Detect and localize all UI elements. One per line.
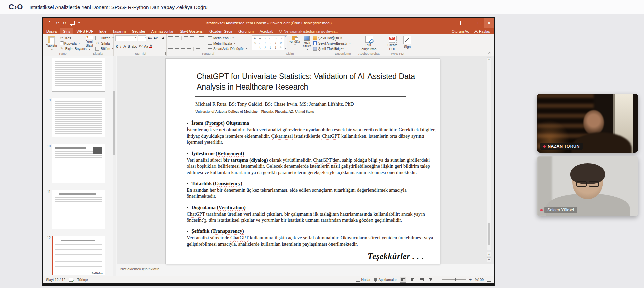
- section-button[interactable]: Bölüm: [95, 46, 113, 51]
- share-button[interactable]: Paylaş: [474, 29, 490, 33]
- arrange-button[interactable]: Yerleştir: [288, 35, 301, 51]
- slide-indicator[interactable]: Slayt 12 / 12: [46, 278, 65, 282]
- notes-placeholder[interactable]: Not eklemek için tıklatın: [117, 264, 494, 276]
- bullets-icon[interactable]: [168, 36, 173, 40]
- ribbon-tab[interactable]: Gözden Geçir: [206, 28, 235, 34]
- decrease-indent-icon[interactable]: [184, 36, 188, 40]
- align-right-icon[interactable]: [181, 47, 185, 50]
- shape-icon[interactable]: □: [280, 37, 282, 40]
- scrollbar-thumb[interactable]: [488, 223, 490, 245]
- collapse-ribbon-icon[interactable]: [488, 52, 491, 54]
- normal-view-button[interactable]: [400, 277, 406, 283]
- replace-button[interactable]: abDeğiştir: [332, 41, 351, 46]
- slide-thumbnail[interactable]: 10: [45, 144, 117, 183]
- shape-icon[interactable]: ○: [275, 37, 276, 40]
- slide-thumbnail[interactable]: 12 Teşekkürler...: [45, 236, 117, 275]
- slideshow-view-button[interactable]: [428, 277, 434, 282]
- language-indicator[interactable]: Türkçe: [77, 278, 88, 282]
- ribbon-tab[interactable]: Acrobat: [257, 28, 276, 34]
- zoom-level[interactable]: %109: [475, 278, 484, 282]
- shape-icon[interactable]: ◇: [280, 41, 282, 44]
- font-format-button[interactable]: T: [119, 45, 122, 48]
- slide-thumbnail[interactable]: 9: [45, 98, 117, 137]
- dialog-launcher-icon[interactable]: [163, 52, 166, 55]
- shape-icon[interactable]: {: [270, 45, 271, 49]
- ribbon-tab[interactable]: Ekle: [96, 28, 109, 34]
- thumbnail-scrollbar[interactable]: [113, 56, 116, 276]
- text-direction-button[interactable]: Metin Yönü: [208, 36, 247, 40]
- participant-video-2[interactable]: Selcen Yüksel: [537, 156, 638, 216]
- redo-icon[interactable]: ↻: [63, 21, 66, 25]
- line-spacing-icon[interactable]: [199, 36, 204, 40]
- ribbon-tab[interactable]: Görünüm: [235, 28, 257, 34]
- ribbon-tab[interactable]: Dosya: [43, 28, 60, 34]
- wps-sign-button[interactable]: Sign: [402, 35, 412, 51]
- shape-icon[interactable]: ─: [259, 37, 261, 40]
- reset-button[interactable]: ↺Sıfırla: [95, 41, 113, 46]
- comments-toggle[interactable]: Açıklamalar: [374, 278, 397, 282]
- font-format-button[interactable]: A: [123, 45, 126, 48]
- fit-to-window-icon[interactable]: [487, 278, 491, 282]
- shape-icon[interactable]: ): [265, 45, 266, 49]
- align-text-button[interactable]: Metni Hizala: [208, 41, 247, 46]
- previous-slide-button[interactable]: ▲: [487, 252, 491, 256]
- create-pdf-acrobat-button[interactable]: PDF oluşturma: [358, 35, 380, 51]
- ribbon-tab[interactable]: Slayt Gösterisi: [177, 28, 206, 34]
- justify-icon[interactable]: [187, 47, 191, 50]
- font-format-button[interactable]: abc: [131, 45, 137, 48]
- increase-indent-icon[interactable]: [190, 36, 194, 40]
- ribbon-tab[interactable]: Animasyonlar: [148, 28, 177, 34]
- maximize-button[interactable]: □: [474, 18, 484, 28]
- shape-icon[interactable]: \: [265, 37, 265, 40]
- reading-view-button[interactable]: [418, 277, 425, 282]
- tell-me-box[interactable]: Ne yapmak istediğinizi söyleyin...: [276, 29, 341, 33]
- dialog-launcher-icon[interactable]: [326, 52, 329, 55]
- ribbon-tab[interactable]: WPS PDF: [73, 28, 96, 34]
- find-button[interactable]: Bul: [332, 36, 351, 40]
- wps-create-pdf-button[interactable]: Create PDF: [384, 35, 401, 51]
- shape-icon[interactable]: A: [254, 37, 256, 40]
- dialog-launcher-icon[interactable]: [79, 52, 82, 55]
- zoom-slider-thumb[interactable]: [455, 278, 456, 281]
- spellcheck-icon[interactable]: [69, 278, 73, 282]
- shapes-gallery-scroll[interactable]: ▲▼: [284, 35, 287, 50]
- columns-icon[interactable]: [196, 47, 200, 50]
- ribbon-tab[interactable]: Giriş: [60, 28, 73, 34]
- shrink-font-button[interactable]: A˅: [153, 36, 158, 40]
- new-slide-button[interactable]: Yeni Slayt: [85, 35, 94, 51]
- shape-icon[interactable]: ↓: [275, 41, 276, 44]
- font-format-button[interactable]: AV: [138, 45, 143, 48]
- zoom-slider[interactable]: [442, 279, 466, 280]
- ribbon-tab[interactable]: Tasarım: [109, 28, 129, 34]
- shape-icon[interactable]: ↑: [264, 41, 266, 44]
- font-size-combo[interactable]: [138, 35, 147, 41]
- numbering-icon[interactable]: [175, 36, 179, 40]
- shape-icon[interactable]: △: [254, 41, 256, 44]
- minimize-button[interactable]: –: [464, 18, 474, 28]
- align-left-icon[interactable]: [168, 47, 173, 50]
- slide-scrollbar[interactable]: ▲: [487, 57, 491, 250]
- shape-icon[interactable]: ⌐: [259, 41, 261, 44]
- shape-icon[interactable]: }: [275, 45, 276, 49]
- font-format-button[interactable]: A: [149, 44, 152, 48]
- scroll-up-icon[interactable]: ▲: [487, 58, 491, 60]
- shape-icon[interactable]: ~: [254, 45, 256, 49]
- slide-editor[interactable]: ChatGPT for Univariate Statistics: Valid…: [166, 59, 440, 264]
- customize-qat-icon[interactable]: ▾: [78, 21, 80, 24]
- slide-sorter-view-button[interactable]: [409, 277, 415, 282]
- zoom-out-button[interactable]: –: [437, 277, 439, 282]
- font-format-button[interactable]: S: [127, 45, 130, 48]
- quick-styles-button[interactable]: Hızlı Stiller: [302, 35, 312, 51]
- grow-font-button[interactable]: A˄: [147, 36, 152, 40]
- participant-video-1[interactable]: NAZAN TORUN: [537, 94, 638, 153]
- slide-thumbnail[interactable]: 11: [45, 190, 117, 229]
- ribbon-options-button[interactable]: [454, 18, 464, 28]
- sign-in-button[interactable]: Oturum Aç: [452, 29, 469, 33]
- font-name-combo[interactable]: [115, 35, 137, 41]
- start-slideshow-icon[interactable]: [70, 21, 75, 25]
- undo-icon[interactable]: ↶: [56, 21, 59, 25]
- layout-button[interactable]: Düzen: [95, 36, 113, 40]
- next-slide-button[interactable]: ▼: [487, 257, 491, 262]
- align-center-icon[interactable]: [175, 47, 179, 50]
- select-button[interactable]: Seç: [332, 46, 351, 51]
